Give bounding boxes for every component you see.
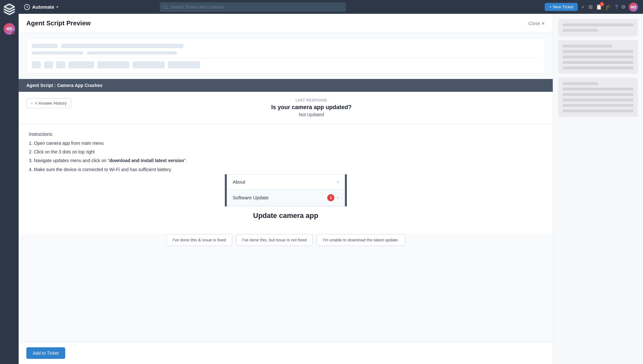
menu-chevron-icon: › xyxy=(337,179,339,185)
last-response-content: LAST RESPONSE Is your camera app updated… xyxy=(78,98,545,117)
chevron-left-icon: ‹ xyxy=(31,101,32,106)
answer-history-button[interactable]: ‹ < Answer History xyxy=(26,98,71,108)
answer-option-fixed-button[interactable]: I've done this & issue is fixed xyxy=(166,234,232,246)
right-sidebar-card-3 xyxy=(558,78,638,117)
preview-title: Agent Script Preview xyxy=(26,20,91,27)
list-item: 4. Make sure the device is connected to … xyxy=(29,166,542,174)
skeleton-block xyxy=(32,44,57,48)
left-sidebar: MD xyxy=(0,0,19,364)
add-to-ticket-button[interactable]: Add to Ticket xyxy=(26,347,65,359)
skeleton-line xyxy=(563,104,633,107)
help-icon[interactable]: ? xyxy=(615,4,618,10)
phone-menu-item-software-update: Software Update 1 › xyxy=(227,190,345,206)
instructions-list: 1. Open camera app from main menu 2. Cli… xyxy=(29,139,542,174)
last-response-answer: Not Updated xyxy=(78,112,545,117)
skeleton-line xyxy=(563,61,633,64)
skeleton-block xyxy=(32,61,41,68)
footer-bar: Add to Ticket xyxy=(19,342,553,364)
skeleton-line xyxy=(563,99,633,101)
svg-line-2 xyxy=(167,8,168,9)
skeleton-block xyxy=(61,44,183,48)
last-response-label: LAST RESPONSE xyxy=(78,98,545,102)
checkmark-icon[interactable]: ✓ xyxy=(581,4,585,10)
skeleton-line xyxy=(563,56,633,58)
phone-right-border xyxy=(345,174,347,206)
skeleton-line xyxy=(563,88,633,91)
update-badge: 1 xyxy=(327,194,334,201)
skeleton-line xyxy=(563,45,612,48)
instructions-title: Instructions: xyxy=(29,132,542,137)
skeleton-line xyxy=(563,66,633,69)
right-sidebar-card-2 xyxy=(558,40,638,74)
script-header-bar: Agent Script : Camera App Crashes xyxy=(19,79,553,92)
skeleton-line xyxy=(563,29,598,32)
skeleton-toolbar xyxy=(32,58,540,68)
preview-header: Agent Script Preview Close ✕ xyxy=(19,14,553,33)
top-navigation: Automate ▾ + New Ticket ✓ ⊞ 📋 5 🎓 ? ⚙ MD xyxy=(19,0,643,14)
instructions-section: Instructions: 1. Open camera app from ma… xyxy=(19,124,553,234)
skeleton-line xyxy=(563,50,633,53)
online-dot xyxy=(12,31,15,35)
main-panel: Agent Script Preview Close ✕ xyxy=(19,14,553,364)
sidebar-user-avatar[interactable]: MD xyxy=(4,23,15,35)
search-input[interactable] xyxy=(171,4,342,9)
skeleton-block xyxy=(68,61,94,68)
phone-menu-item-about: About › xyxy=(227,175,345,190)
last-response-question: Is your camera app updated? xyxy=(78,104,545,111)
skeleton-block xyxy=(97,61,129,68)
graduation-icon[interactable]: 🎓 xyxy=(605,4,612,10)
skeleton-block xyxy=(133,61,165,68)
skeleton-line xyxy=(563,109,633,112)
notes-icon[interactable]: 📋 5 xyxy=(596,4,602,10)
app-logo[interactable] xyxy=(3,3,15,15)
skeleton-block xyxy=(56,61,65,68)
menu-chevron-icon: › xyxy=(337,195,339,201)
step-title: Update camera app xyxy=(29,206,542,226)
skeleton-block xyxy=(32,51,83,55)
right-sidebar-card-1 xyxy=(558,19,638,36)
answer-options: I've done this & issue is fixed I've don… xyxy=(19,234,553,254)
list-item: 2. Click on the 3 dots on top right xyxy=(29,148,542,156)
topnav-actions: + New Ticket ✓ ⊞ 📋 5 🎓 ? ⚙ MD xyxy=(545,3,638,12)
skeleton-line xyxy=(563,82,598,85)
list-item: 1. Open camera app from main menu xyxy=(29,139,542,147)
answer-option-unable-button[interactable]: I'm unable to download the latest update… xyxy=(317,234,405,246)
search-bar[interactable] xyxy=(160,2,346,12)
notification-badge: 5 xyxy=(600,2,604,6)
phone-left-border xyxy=(225,174,227,206)
last-response-section: ‹ < Answer History LAST RESPONSE Is your… xyxy=(19,92,553,124)
phone-mockup: About › Software Update 1 › xyxy=(225,174,347,206)
settings-icon[interactable]: ⚙ xyxy=(621,4,626,10)
layout-icon[interactable]: ⊞ xyxy=(588,4,593,10)
answer-option-not-fixed-button[interactable]: I've done this, but issue is not fixed xyxy=(236,234,313,246)
close-button[interactable]: Close ✕ xyxy=(528,21,545,26)
skeleton-line xyxy=(563,23,633,26)
new-ticket-button[interactable]: + New Ticket xyxy=(545,3,578,11)
skeleton-line xyxy=(563,93,633,96)
skeleton-block xyxy=(87,51,177,55)
skeleton-block xyxy=(168,61,200,68)
brand-chevron-icon: ▾ xyxy=(56,5,58,9)
search-icon xyxy=(163,5,168,9)
script-area: Agent Script : Camera App Crashes ‹ < An… xyxy=(19,79,553,342)
right-sidebar xyxy=(553,14,643,364)
skeleton-loader-area xyxy=(19,33,553,79)
list-item: 3. Navigate updates menu and click on "d… xyxy=(29,157,542,165)
user-avatar[interactable]: MD xyxy=(629,3,638,12)
skeleton-block xyxy=(44,61,53,68)
skeleton-card xyxy=(26,38,545,74)
brand-name: Automate ▾ xyxy=(24,4,58,10)
